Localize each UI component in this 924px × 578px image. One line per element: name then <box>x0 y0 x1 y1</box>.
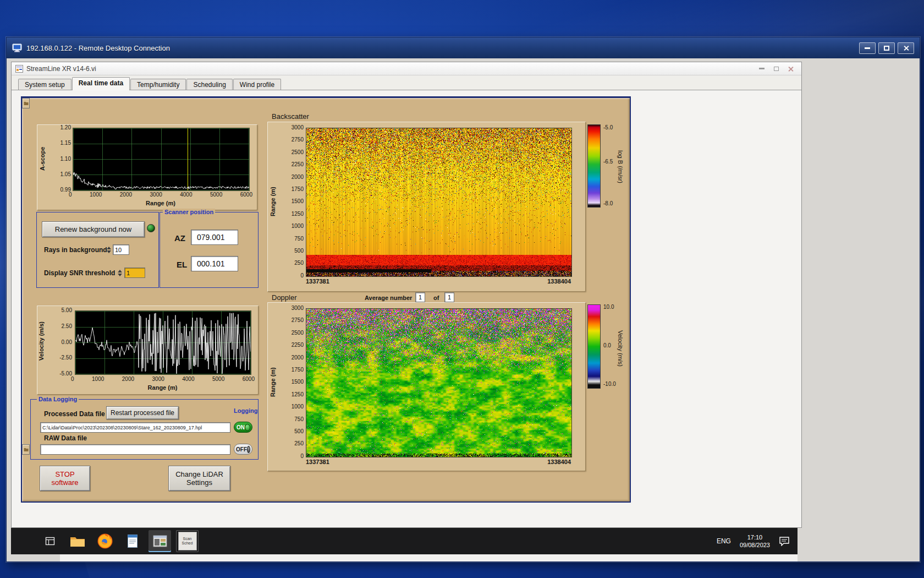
minimize-icon <box>865 47 870 49</box>
minimize-button[interactable] <box>859 42 876 54</box>
document-icon <box>127 534 139 548</box>
rays-value-field[interactable]: 10 <box>113 244 129 255</box>
tick-label: 2750 <box>292 137 304 143</box>
tick-label: 1.20 <box>61 125 71 130</box>
app-minimize-button[interactable] <box>755 64 769 74</box>
doppler-x-ticks: 1337381 1338404 <box>306 459 571 465</box>
streamline-app-button[interactable] <box>148 530 171 552</box>
x-start-label: 1337381 <box>306 278 329 285</box>
snr-value-field[interactable]: 1 <box>124 268 145 278</box>
raw-path-browse[interactable] <box>22 444 30 455</box>
maximize-icon <box>774 67 779 71</box>
snr-spinner[interactable] <box>117 268 123 278</box>
tab-temp-humidity[interactable]: Temp/humidity <box>130 79 186 90</box>
tab-real-time-data[interactable]: Real time data <box>72 77 130 90</box>
restart-processed-file-label: Restart processed file <box>111 409 174 417</box>
az-value-field[interactable]: 079.001 <box>191 230 238 245</box>
file-explorer-button[interactable] <box>66 530 89 552</box>
tick-label: 3000 <box>292 306 304 311</box>
rdp-titlebar[interactable]: 192.168.0.122 - Remote Desktop Connectio… <box>7 37 920 58</box>
tab-wind-profile[interactable]: Wind profile <box>233 79 281 90</box>
taskbar: Scan Sched ENG 17:10 09/08/2023 <box>11 528 798 554</box>
tick-label: 3000 <box>152 376 164 382</box>
a-scope-x-ticks: 0100020003000400050006000 <box>69 192 252 198</box>
backscatter-colorbar <box>587 124 601 208</box>
close-button[interactable] <box>898 42 914 54</box>
rdp-client-area: StreamLine XR v14-6.vi System setupReal … <box>7 58 920 561</box>
tab-bar: System setupReal time dataTemp/humidityS… <box>12 75 801 90</box>
increment-icon[interactable] <box>118 270 122 272</box>
renew-background-button[interactable]: Renew background now <box>42 221 145 237</box>
tick-label: 1750 <box>292 187 304 192</box>
firefox-button[interactable] <box>94 530 116 552</box>
scanner-position-title: Scanner position <box>163 209 215 215</box>
restart-processed-file-button[interactable]: Restart processed file <box>106 406 179 419</box>
action-center-icon[interactable] <box>779 536 790 546</box>
settings-line1: Change LiDAR <box>175 470 223 478</box>
stop-software-button[interactable]: STOP software <box>40 466 90 491</box>
tick-label: 1250 <box>292 392 304 397</box>
processed-logging-toggle[interactable]: ON <box>234 422 252 433</box>
tick-label: 3000 <box>150 192 162 198</box>
front-panel: A-scope 1.201.151.101.050.99 01000200030… <box>21 96 631 503</box>
firefox-icon <box>97 533 113 549</box>
colorbar-tick: -8.0 <box>603 200 613 206</box>
maximize-icon <box>884 46 889 51</box>
taskbar-clock[interactable]: 17:10 09/08/2023 <box>740 533 770 549</box>
snr-threshold-label: Display SNR threshold <box>44 269 115 277</box>
minimize-icon <box>759 68 765 69</box>
rays-in-background-label: Rays in background <box>44 246 107 254</box>
app-window-icon <box>153 535 167 547</box>
change-lidar-settings-button[interactable]: Change LiDAR Settings <box>168 466 230 491</box>
colorbar-tick: -10.0 <box>603 381 616 387</box>
tick-label: 1.10 <box>61 156 71 162</box>
tick-label: 2000 <box>292 355 304 361</box>
backscatter-colorbar-label: log B (/m/sr) <box>616 128 625 205</box>
scan-scheduler-button[interactable]: Scan Sched <box>176 530 199 552</box>
remote-desktop-icon <box>12 43 22 52</box>
decrement-icon[interactable] <box>118 274 122 276</box>
raw-logging-toggle[interactable]: OFF <box>234 444 252 455</box>
backscatter-title: Backscatter <box>272 112 309 121</box>
tick-label: -5.00 <box>59 371 72 377</box>
processed-path-browse[interactable] <box>22 98 30 108</box>
tab-scheduling[interactable]: Scheduling <box>186 79 232 90</box>
scan-label-line1: Scan <box>183 537 192 541</box>
average-number-field[interactable]: 1 <box>415 292 425 302</box>
tab-system-setup[interactable]: System setup <box>18 79 72 90</box>
tick-label: 6000 <box>243 376 255 382</box>
colorbar-tick: 10.0 <box>603 304 614 310</box>
language-indicator[interactable]: ENG <box>717 537 731 545</box>
start-button[interactable] <box>38 530 61 552</box>
app-close-button[interactable] <box>783 64 798 74</box>
el-value-field[interactable]: 000.101 <box>191 256 238 271</box>
tick-label: 2000 <box>292 175 304 180</box>
velocity-plot <box>75 310 251 375</box>
decrement-icon[interactable] <box>107 250 111 253</box>
notepad-button[interactable] <box>121 530 144 552</box>
processed-path-field[interactable]: C:\Lidar\Data\Proc\2023\202308\20230809\… <box>40 422 230 433</box>
colorbar-tick: -5.0 <box>603 124 613 130</box>
clock-time: 17:10 <box>740 533 770 541</box>
app-titlebar[interactable]: StreamLine XR v14-6.vi <box>12 62 801 75</box>
tick-label: 750 <box>294 236 304 242</box>
tick-label: 1000 <box>292 404 304 410</box>
a-scope-y-axis-title: A-scope <box>38 128 47 190</box>
increment-icon[interactable] <box>107 247 111 249</box>
app-maximize-button[interactable] <box>769 64 783 74</box>
doppler-y-axis-title: Range (m) <box>268 335 277 429</box>
scan-label-line2: Sched <box>182 541 193 546</box>
scan-scheduler-icon: Scan Sched <box>178 532 197 550</box>
tick-label: 5000 <box>212 376 224 382</box>
x-start-label: 1337381 <box>306 459 329 465</box>
average-total-field[interactable]: 1 <box>444 292 454 302</box>
doppler-colorbar <box>587 304 601 389</box>
el-label: EL <box>177 260 187 269</box>
tick-label: 4000 <box>180 192 192 198</box>
folder-icon <box>24 448 29 452</box>
rays-spinner[interactable] <box>106 244 112 255</box>
a-scope-plot[interactable] <box>73 128 250 191</box>
tick-label: 2500 <box>292 150 304 155</box>
raw-path-field[interactable] <box>40 444 230 455</box>
maximize-button[interactable] <box>878 42 895 54</box>
